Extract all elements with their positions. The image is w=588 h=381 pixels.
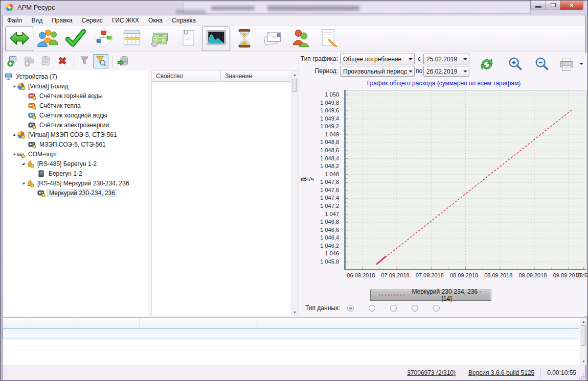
status-record-counter[interactable]: 37006973 (2/310) [401,369,462,376]
property-row[interactable] [152,261,291,273]
data-type-radio-расход[interactable] [347,305,356,312]
chart-plot-area[interactable] [344,90,586,270]
tree-expander-icon[interactable] [22,182,25,184]
db-export-button[interactable] [115,54,130,68]
log-row[interactable] [3,328,579,340]
properties-header-property[interactable]: Свойство [152,71,221,81]
property-row[interactable] [152,194,291,205]
operators-button[interactable] [286,27,314,51]
menu-item-5[interactable]: ГИС ЖКХ [107,16,144,25]
data-type-radio-сила-тока[interactable] [390,305,399,312]
property-row[interactable] [152,82,291,93]
tree-item-мзэп-соэ-5-стэ-561[interactable]: МЗЭП СОЭ-5, СТЭ-561 [3,139,148,149]
scroll-down-icon[interactable]: ▼ [580,358,587,365]
tree-item-устройства-7-[interactable]: Устройства (7) [3,72,148,81]
resize-grip[interactable] [578,373,584,379]
log-header-2[interactable] [32,318,78,328]
tree-item-меркурий-230-234-236[interactable]: Меркурий 230-234, 236 [3,188,148,198]
property-row[interactable] [152,273,291,284]
tree-item-счётчик-горячей-воды[interactable]: Счётчик горячей воды [3,91,148,101]
menu-item-6[interactable]: Окна [144,16,167,25]
tree-item-com-порт[interactable]: COM-порт [3,149,148,159]
menu-item-7[interactable]: Справка [167,16,200,25]
scrollbar-thumb[interactable] [581,325,586,346]
property-row[interactable] [152,149,291,160]
tree-expander-icon[interactable] [13,133,15,136]
data-type-radio-напряжение[interactable] [412,305,421,312]
date-to-select[interactable]: 26.02.2019 [423,66,469,77]
maximize-button[interactable] [546,1,560,10]
minimize-button[interactable] [530,1,546,10]
confirm-button[interactable] [61,27,89,51]
property-row[interactable] [152,127,291,138]
data-type-radio-угол-между-фазами[interactable] [433,305,442,312]
data-type-radio-мощность[interactable] [369,305,378,312]
log-header-3[interactable] [78,318,140,328]
add-group-button[interactable] [22,54,37,68]
properties-scrollbar[interactable]: ▲ ▼ [291,71,298,316]
scrollbar-thumb[interactable] [292,79,297,92]
period-select[interactable]: Произвольный период [340,66,415,77]
chart-type-select[interactable]: Общее потребление [340,54,415,64]
property-row[interactable] [152,138,291,149]
refresh-button[interactable] [477,55,496,74]
property-row[interactable] [152,104,291,115]
tree-item--rs-485-берегун-1-2[interactable]: [RS-485] Берегун 1-2 [3,159,148,169]
filter-button[interactable] [77,54,92,68]
sync-devices-button[interactable] [5,27,33,51]
history-button[interactable] [230,27,258,51]
property-row[interactable] [152,228,291,239]
log-header-5[interactable] [257,318,586,328]
radio-icon[interactable] [390,305,397,312]
menu-item-4[interactable]: Сервис [77,16,107,25]
property-row[interactable] [152,205,291,217]
tree-item--virtual-мзэп-соэ-5-стэ-561[interactable]: [Virtual] МЗЭП СОЭ-5, СТЭ-561 [3,130,148,139]
print-button[interactable] [557,55,576,74]
tree-expander-icon[interactable] [13,153,15,155]
log-header-4[interactable] [140,318,257,328]
property-row[interactable] [152,250,291,261]
calculator-button[interactable] [38,54,54,68]
mail-button[interactable] [258,27,286,51]
scroll-up-icon[interactable]: ▲ [580,318,587,325]
property-row[interactable] [152,115,291,127]
print-options-caret[interactable] [579,63,583,65]
tree-item-счётчик-электроэнергии[interactable]: Счётчик электроэнергии [3,120,148,130]
log-row[interactable] [3,340,579,351]
tree-item-счётчик-холодной-воды[interactable]: Счётчик холодной воды [3,110,148,120]
status-version[interactable]: Версия 3.6.6 build 5125 [462,369,540,376]
radio-icon[interactable] [433,305,440,312]
property-row[interactable] [152,284,291,295]
close-button[interactable]: ✕ [560,1,583,10]
radio-icon[interactable] [412,305,418,312]
tree-item--virtual-болид[interactable]: [Virtual] Болид [3,81,148,91]
titlebar[interactable]: АРМ Ресурс ✕ [1,1,587,15]
radio-icon[interactable] [369,305,375,312]
scroll-down-icon[interactable]: ▼ [291,308,298,316]
tree-item--rs-485-меркурий-230-234-236[interactable]: [RS-485] Меркурий 230-234, 236 [3,178,148,188]
chart-button[interactable] [202,27,230,51]
date-from-select[interactable]: 25.02.2019 [423,54,469,64]
property-row[interactable] [152,183,291,194]
menu-item-3[interactable]: Правка [47,16,77,25]
documents-button[interactable] [174,27,202,51]
tree-item-счётчик-тепла[interactable]: Счётчик тепла [3,101,148,110]
property-row[interactable] [152,93,291,104]
schema-button[interactable] [89,27,118,51]
payments-button[interactable] [146,27,174,51]
properties-header-value[interactable]: Значение [221,71,252,81]
menu-item-1[interactable]: Файл [3,16,27,25]
property-row[interactable] [152,306,291,316]
property-row[interactable] [152,172,291,183]
menu-item-2[interactable]: Вид [27,16,48,25]
delete-button[interactable] [55,54,70,68]
radio-icon[interactable] [347,305,354,312]
log-row[interactable] [3,351,579,362]
property-row[interactable] [152,295,291,306]
log-header-1[interactable] [3,318,32,328]
scroll-up-icon[interactable]: ▲ [291,71,298,78]
property-row[interactable] [152,239,291,250]
property-row[interactable] [152,160,291,172]
filter-search-button[interactable] [93,54,108,68]
zoom-out-button[interactable] [532,55,552,74]
